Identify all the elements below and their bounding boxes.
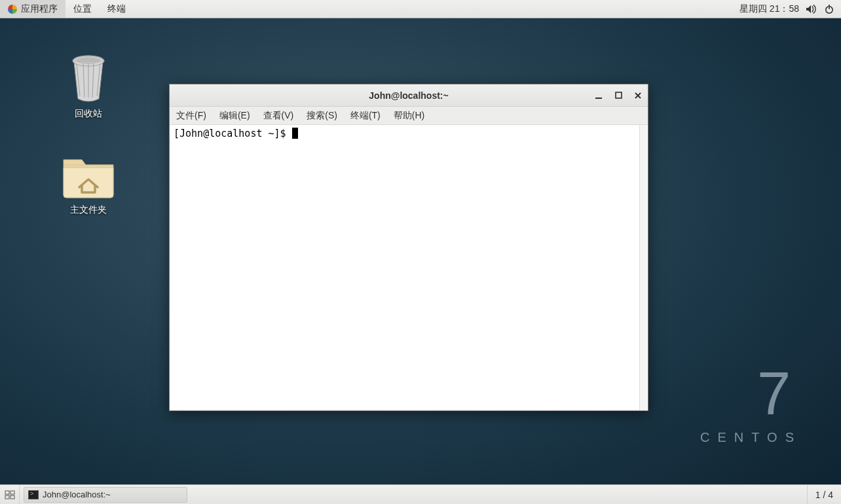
window-menubar: 文件(F) 编辑(E) 查看(V) 搜索(S) 终端(T) 帮助(H) <box>170 107 648 125</box>
taskbar-item-label: John@localhost:~ <box>43 490 111 499</box>
menu-view[interactable]: 查看(V) <box>257 107 301 124</box>
workspace-label: 1 / 4 <box>815 490 833 500</box>
desktop[interactable]: 回收站 主文件夹 7 CENTOS John@localhost:~ <box>0 18 841 484</box>
desktop-icon-home[interactable]: 主文件夹 <box>52 149 124 216</box>
terminal-window[interactable]: John@localhost:~ 文件(F) 编辑(E) 查看(V) 搜索(S)… <box>169 84 648 411</box>
svg-rect-9 <box>5 495 9 499</box>
top-panel: 应用程序 位置 终端 星期四 21：58 <box>0 0 841 18</box>
show-desktop-icon <box>5 490 15 499</box>
workspace-switcher[interactable]: 1 / 4 <box>807 485 841 504</box>
svg-point-4 <box>77 58 100 64</box>
window-title: John@localhost:~ <box>369 90 448 101</box>
trash-icon <box>65 54 112 104</box>
bottom-panel: John@localhost:~ 1 / 4 <box>0 484 841 504</box>
desktop-icon-trash[interactable]: 回收站 <box>52 54 124 120</box>
clock[interactable]: 星期四 21：58 <box>739 3 799 15</box>
desktop-icon-label: 回收站 <box>52 108 124 120</box>
svg-rect-7 <box>5 491 9 494</box>
menu-search[interactable]: 搜索(S) <box>300 107 344 124</box>
close-button[interactable] <box>633 91 643 100</box>
menu-label: 终端 <box>107 3 126 15</box>
taskbar-item-terminal[interactable]: John@localhost:~ <box>24 487 187 503</box>
branding: 7 CENTOS <box>700 363 802 445</box>
branding-version: 7 <box>700 363 802 423</box>
minimize-button[interactable] <box>594 91 603 100</box>
desktop-icon-label: 主文件夹 <box>52 204 124 216</box>
svg-rect-5 <box>595 98 602 99</box>
show-desktop-button[interactable] <box>0 485 20 504</box>
terminal-icon <box>28 490 39 499</box>
svg-rect-10 <box>10 495 14 499</box>
menu-help[interactable]: 帮助(H) <box>387 107 431 124</box>
menu-file[interactable]: 文件(F) <box>170 107 213 124</box>
terminal-body[interactable]: [John@localhost ~]$ <box>170 125 648 410</box>
menu-edit[interactable]: 编辑(E) <box>213 107 257 124</box>
scrollbar[interactable] <box>639 125 647 410</box>
menu-label: 位置 <box>73 3 92 15</box>
maximize-button[interactable] <box>614 91 623 100</box>
menu-terminal[interactable]: 终端(T) <box>344 107 387 124</box>
power-icon[interactable] <box>824 4 834 14</box>
svg-rect-1 <box>829 5 830 9</box>
terminal-prompt: [John@localhost ~]$ <box>174 128 292 139</box>
folder-home-icon <box>60 149 117 200</box>
menu-places[interactable]: 位置 <box>65 0 100 18</box>
menu-terminal[interactable]: 终端 <box>100 0 134 18</box>
branding-name: CENTOS <box>700 430 802 445</box>
svg-rect-6 <box>616 92 622 98</box>
menu-applications[interactable]: 应用程序 <box>0 0 65 18</box>
apps-icon <box>8 5 17 14</box>
volume-icon[interactable] <box>806 5 817 14</box>
svg-rect-8 <box>10 491 14 494</box>
menu-label: 应用程序 <box>21 3 58 15</box>
terminal-cursor <box>292 128 298 139</box>
window-titlebar[interactable]: John@localhost:~ <box>170 84 648 107</box>
